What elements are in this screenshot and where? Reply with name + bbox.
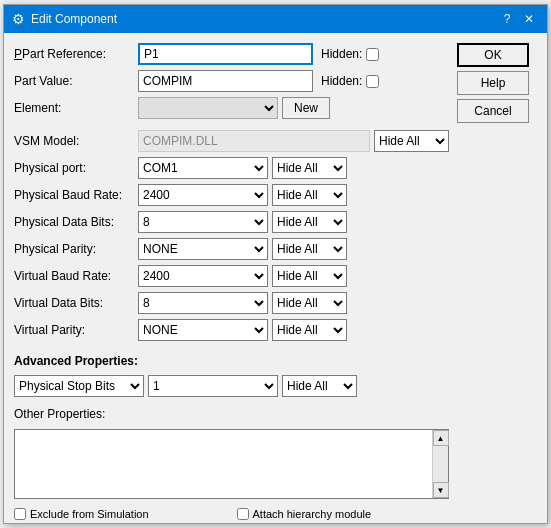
title-bar-left: ⚙ Edit Component	[12, 11, 117, 27]
part-reference-input[interactable]	[138, 43, 313, 65]
physical-parity-hide[interactable]: Hide All	[272, 238, 347, 260]
virtual-baud-select[interactable]: 2400 4800	[138, 265, 268, 287]
hidden-checkbox-2[interactable]	[366, 75, 379, 88]
physical-data-label: Physical Data Bits:	[14, 215, 134, 229]
advanced-row: Physical Stop Bits Virtual Stop Bits 1 1…	[14, 375, 449, 397]
part-reference-label: PPart Reference:	[14, 47, 134, 61]
virtual-baud-hide[interactable]: Hide All	[272, 265, 347, 287]
dialog-body: PPart Reference: Hidden: Part Value: Hid…	[4, 33, 547, 523]
part-value-input[interactable]	[138, 70, 313, 92]
other-props-label-row: Other Properties:	[14, 402, 449, 424]
physical-parity-select[interactable]: NONE ODD EVEN	[138, 238, 268, 260]
title-bar-buttons: ? ✕	[497, 10, 539, 28]
virtual-baud-label: Virtual Baud Rate:	[14, 269, 134, 283]
vsm-model-row: VSM Model: COMPIM.DLL Hide All	[14, 130, 449, 152]
other-props-label: Other Properties:	[14, 407, 105, 421]
physical-baud-select[interactable]: 2400 4800 9600	[138, 184, 268, 206]
virtual-parity-row: Virtual Parity: NONE ODD EVEN Hide All	[14, 319, 449, 341]
part-reference-row: PPart Reference: Hidden:	[14, 43, 449, 65]
attach-hierarchy-row: Attach hierarchy module	[237, 508, 450, 520]
physical-baud-row: Physical Baud Rate: 2400 4800 9600 Hide …	[14, 184, 449, 206]
virtual-data-select[interactable]: 8 7	[138, 292, 268, 314]
virtual-data-row: Virtual Data Bits: 8 7 Hide All	[14, 292, 449, 314]
element-row: Element: New	[14, 97, 449, 119]
left-panel: PPart Reference: Hidden: Part Value: Hid…	[14, 43, 449, 513]
advanced-value-select[interactable]: 1 1.5 2	[148, 375, 278, 397]
scroll-down-arrow[interactable]: ▼	[433, 482, 449, 498]
physical-data-row: Physical Data Bits: 8 7 Hide All	[14, 211, 449, 233]
advanced-props-label: Advanced Properties:	[14, 354, 138, 368]
dialog-icon: ⚙	[12, 11, 25, 27]
scroll-up-arrow[interactable]: ▲	[433, 430, 449, 446]
help-title-button[interactable]: ?	[497, 10, 517, 28]
hidden-label-2: Hidden:	[321, 74, 362, 88]
cancel-button[interactable]: Cancel	[457, 99, 529, 123]
physical-data-select[interactable]: 8 7	[138, 211, 268, 233]
ok-button[interactable]: OK	[457, 43, 529, 67]
checkboxes-section: Exclude from Simulation Attach hierarchy…	[14, 508, 449, 523]
physical-port-row: Physical port: COM1 COM2 COM3 Hide All	[14, 157, 449, 179]
advanced-props-label-row: Advanced Properties:	[14, 348, 449, 370]
virtual-parity-hide[interactable]: Hide All	[272, 319, 347, 341]
physical-port-hide[interactable]: Hide All	[272, 157, 347, 179]
advanced-hide-select[interactable]: Hide All	[282, 375, 357, 397]
virtual-parity-label: Virtual Parity:	[14, 323, 134, 337]
part-value-label: Part Value:	[14, 74, 134, 88]
part-value-row: Part Value: Hidden:	[14, 70, 449, 92]
vsm-model-value: COMPIM.DLL	[138, 130, 370, 152]
attach-hierarchy-checkbox[interactable]	[237, 508, 249, 520]
title-bar: ⚙ Edit Component ? ✕	[4, 5, 547, 33]
dialog-title: Edit Component	[31, 12, 117, 26]
physical-parity-row: Physical Parity: NONE ODD EVEN Hide All	[14, 238, 449, 260]
exclude-sim-label: Exclude from Simulation	[30, 508, 149, 520]
hidden-label-1: Hidden:	[321, 47, 362, 61]
virtual-baud-row: Virtual Baud Rate: 2400 4800 Hide All	[14, 265, 449, 287]
help-button[interactable]: Help	[457, 71, 529, 95]
element-dropdown[interactable]	[138, 97, 278, 119]
attach-hierarchy-label: Attach hierarchy module	[253, 508, 372, 520]
physical-port-select[interactable]: COM1 COM2 COM3	[138, 157, 268, 179]
hidden-checkbox-1[interactable]	[366, 48, 379, 61]
close-title-button[interactable]: ✕	[519, 10, 539, 28]
vsm-model-label: VSM Model:	[14, 134, 134, 148]
new-button[interactable]: New	[282, 97, 330, 119]
virtual-data-hide[interactable]: Hide All	[272, 292, 347, 314]
physical-baud-hide[interactable]: Hide All	[272, 184, 347, 206]
right-panel: OK Help Cancel	[457, 43, 537, 513]
vsm-hide-select[interactable]: Hide All	[374, 130, 449, 152]
exclude-sim-row: Exclude from Simulation	[14, 508, 227, 520]
physical-parity-label: Physical Parity:	[14, 242, 134, 256]
physical-port-label: Physical port:	[14, 161, 134, 175]
element-label: Element:	[14, 101, 134, 115]
exclude-sim-checkbox[interactable]	[14, 508, 26, 520]
virtual-data-label: Virtual Data Bits:	[14, 296, 134, 310]
scrollbar-vertical[interactable]: ▲ ▼	[432, 430, 448, 498]
virtual-parity-select[interactable]: NONE ODD EVEN	[138, 319, 268, 341]
other-props-area[interactable]: ▲ ▼	[14, 429, 449, 499]
edit-component-dialog: ⚙ Edit Component ? ✕ PPart Reference: Hi…	[3, 4, 548, 524]
advanced-type-select[interactable]: Physical Stop Bits Virtual Stop Bits	[14, 375, 144, 397]
physical-data-hide[interactable]: Hide All	[272, 211, 347, 233]
physical-baud-label: Physical Baud Rate:	[14, 188, 134, 202]
